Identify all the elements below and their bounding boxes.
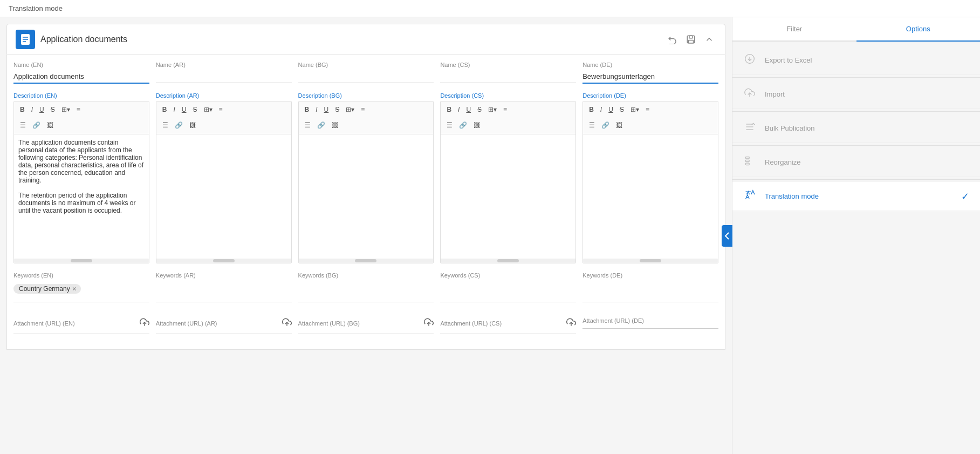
rte-table-bg[interactable]: ⊞▾ [343, 104, 357, 116]
name-field-en: Name (EN) Application documents [13, 62, 149, 84]
rte-strike-en[interactable]: S [48, 104, 58, 116]
section-header-left: Application documents [16, 30, 127, 49]
rte-table-de[interactable]: ⊞▾ [628, 104, 642, 116]
tab-filter[interactable]: Filter [732, 17, 856, 42]
rte-table-cs[interactable]: ⊞▾ [485, 104, 499, 116]
rte-bold-bg[interactable]: B [302, 104, 312, 116]
collapse-button[interactable] [702, 32, 716, 46]
rte-ul-cs[interactable]: ☰ [444, 119, 455, 132]
rte-underline-bg[interactable]: U [321, 104, 332, 116]
rte-list-cs[interactable]: ≡ [501, 104, 510, 116]
import-icon [743, 87, 756, 101]
panel-item-export[interactable]: Export to Excel [732, 46, 980, 75]
svg-rect-13 [746, 157, 750, 159]
keywords-input-en[interactable]: Country Germany × [13, 281, 149, 302]
rte-strike-cs[interactable]: S [475, 104, 484, 116]
rte-ul-de[interactable]: ☰ [586, 119, 598, 132]
panel-item-bulk[interactable]: Bulk Publication [732, 114, 980, 143]
rte-strike-ar[interactable]: S [190, 104, 200, 116]
rte-italic-cs[interactable]: I [455, 104, 462, 116]
description-label-bg: Description (BG) [298, 92, 434, 99]
rte-list-bg[interactable]: ≡ [358, 104, 367, 116]
rte-table-ar[interactable]: ⊞▾ [201, 104, 215, 116]
save-button[interactable] [684, 32, 698, 46]
panel-item-import[interactable]: Import [732, 80, 980, 109]
upload-button-bg[interactable] [424, 317, 434, 329]
rte-bold-en[interactable]: B [17, 104, 28, 116]
rte-img-cs[interactable]: 🖼 [471, 119, 483, 132]
rte-bold-de[interactable]: B [586, 104, 597, 116]
rte-underline-ar[interactable]: U [179, 104, 189, 116]
undo-button[interactable] [666, 32, 680, 46]
rte-table-en[interactable]: ⊞▾ [59, 104, 73, 116]
chip-remove-germany[interactable]: × [72, 285, 77, 293]
svg-rect-2 [689, 36, 693, 38]
rte-underline-en[interactable]: U [37, 104, 47, 116]
keywords-field-cs: Keywords (CS) [440, 272, 576, 302]
tab-options[interactable]: Options [856, 17, 981, 42]
rte-de: B I U S ⊞▾ ≡ ☰ 🔗 🖼 [582, 101, 718, 263]
keywords-input-de[interactable] [582, 281, 718, 302]
rte-italic-en[interactable]: I [29, 104, 36, 116]
rte-link-cs[interactable]: 🔗 [456, 119, 470, 132]
rte-ul-en[interactable]: ☰ [17, 119, 29, 132]
rte-italic-bg[interactable]: I [313, 104, 320, 116]
rte-content-en[interactable]: The application documents contain person… [14, 134, 149, 259]
name-label-cs: Name (CS) [440, 62, 576, 68]
rte-img-en[interactable]: 🖼 [44, 119, 56, 132]
attachment-ar: Attachment (URL) (AR) [156, 313, 292, 334]
bulk-icon [743, 121, 756, 135]
keyword-chip-germany: Country Germany × [13, 284, 81, 294]
attachment-field-cs: Attachment (URL) (CS) [440, 313, 576, 334]
rte-underline-de[interactable]: U [606, 104, 616, 116]
name-field-de: Name (DE) Bewerbungsunterlagen [582, 62, 718, 84]
description-label-de: Description (DE) [582, 92, 718, 99]
rte-italic-de[interactable]: I [598, 104, 605, 116]
panel-item-translation-label: Translation mode [765, 192, 819, 200]
upload-button-ar[interactable] [282, 317, 292, 329]
rte-bold-ar[interactable]: B [160, 104, 170, 116]
attachment-label-bg: Attachment (URL) (BG) [298, 320, 360, 327]
rte-list-en[interactable]: ≡ [74, 104, 83, 116]
upload-button-cs[interactable] [566, 317, 576, 329]
keywords-label-bg: Keywords (BG) [298, 272, 434, 279]
rte-link-bg[interactable]: 🔗 [314, 119, 328, 132]
panel-item-reorganize[interactable]: Reorganize [732, 148, 980, 177]
keywords-input-ar[interactable] [156, 281, 292, 302]
panel-item-bulk-label: Bulk Publication [765, 124, 815, 132]
section-header: Application documents [6, 24, 725, 55]
rte-toolbar-en: B I U S ⊞▾ ≡ ☰ 🔗 🖼 [14, 101, 149, 134]
translation-icon [743, 189, 756, 203]
keywords-input-cs[interactable] [440, 281, 576, 302]
rte-strike-de[interactable]: S [617, 104, 627, 116]
rte-underline-cs[interactable]: U [463, 104, 474, 116]
rte-ul-bg[interactable]: ☰ [302, 119, 313, 132]
rte-italic-ar[interactable]: I [170, 104, 177, 116]
rte-content-cs[interactable] [441, 134, 575, 259]
rte-bold-cs[interactable]: B [444, 104, 454, 116]
attachment-label-ar: Attachment (URL) (AR) [156, 320, 217, 327]
rte-link-ar[interactable]: 🔗 [172, 119, 186, 132]
rte-img-bg[interactable]: 🖼 [329, 119, 341, 132]
top-bar: Translation mode [0, 0, 980, 17]
panel-toggle-button[interactable] [722, 225, 732, 247]
rte-content-de[interactable] [583, 134, 718, 259]
keywords-field-en: Keywords (EN) Country Germany × [13, 272, 149, 302]
rte-link-en[interactable]: 🔗 [30, 119, 43, 132]
rte-list-ar[interactable]: ≡ [216, 104, 225, 116]
panel-item-translation[interactable]: Translation mode ✓ [732, 182, 980, 211]
rte-img-ar[interactable]: 🖼 [187, 119, 198, 132]
rte-content-bg[interactable] [299, 134, 434, 259]
rte-img-de[interactable]: 🖼 [613, 119, 625, 132]
name-input-ar[interactable] [156, 70, 292, 83]
rte-strike-bg[interactable]: S [332, 104, 342, 116]
rte-ul-ar[interactable]: ☰ [160, 119, 171, 132]
upload-button-en[interactable] [140, 317, 149, 329]
name-input-cs[interactable] [440, 70, 576, 83]
rte-link-de[interactable]: 🔗 [599, 119, 612, 132]
rte-list-de[interactable]: ≡ [643, 104, 652, 116]
name-input-bg[interactable] [298, 70, 434, 83]
keywords-input-bg[interactable] [298, 281, 434, 302]
name-field-cs: Name (CS) [440, 62, 576, 84]
rte-content-ar[interactable] [156, 134, 291, 259]
